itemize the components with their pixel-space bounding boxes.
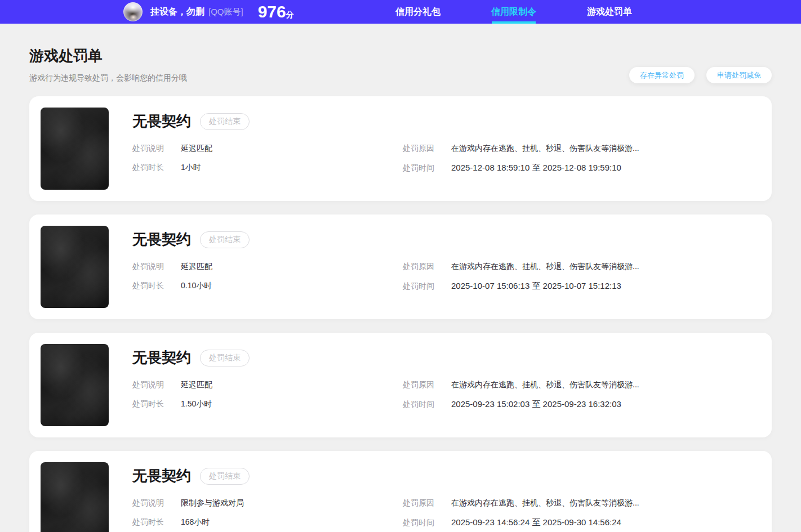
page-head: 游戏处罚单 游戏行为违规导致处罚，会影响您的信用分哦 存在异常处罚 申请处罚减免: [29, 24, 772, 83]
card-title-row: 无畏契约 处罚结束: [132, 231, 760, 248]
top-header: 挂设备，勿删 [QQ账号] 976分 信用分礼包 信用限制令 游戏处罚单: [0, 0, 801, 24]
game-name: 无畏契约: [132, 349, 191, 366]
field-time: 处罚时间 2025-10-07 15:06:13 至 2025-10-07 15…: [403, 280, 760, 292]
credit-score: 976分: [258, 3, 294, 20]
game-thumbnail: [41, 226, 109, 308]
punishment-card-list: 无畏契约 处罚结束 处罚说明 延迟匹配 处罚原因 在游戏内存在逃跑、挂机、秒退、…: [29, 96, 772, 532]
field-desc-label: 处罚说明: [132, 261, 181, 272]
user-avatar[interactable]: [123, 2, 143, 21]
field-duration-value: 0.10小时: [181, 280, 212, 291]
card-fields: 处罚说明 限制参与游戏对局 处罚原因 在游戏内存在逃跑、挂机、秒退、伤害队友等消…: [132, 498, 760, 528]
status-badge: 处罚结束: [200, 113, 250, 130]
card-title-row: 无畏契约 处罚结束: [132, 467, 760, 485]
page-title: 游戏处罚单: [29, 46, 772, 66]
account-type-label: [QQ账号]: [208, 7, 243, 17]
field-duration-value: 1小时: [181, 162, 201, 173]
field-duration-value: 1.50小时: [181, 399, 212, 409]
tab-credit-gift[interactable]: 信用分礼包: [370, 0, 466, 24]
abnormal-punishment-button[interactable]: 存在异常处罚: [629, 67, 695, 83]
game-name: 无畏契约: [132, 113, 191, 130]
field-time-label: 处罚时间: [403, 399, 451, 410]
card-body: 无畏契约 处罚结束 处罚说明 延迟匹配 处罚原因 在游戏内存在逃跑、挂机、秒退、…: [109, 108, 760, 190]
field-desc: 处罚说明 延迟匹配: [132, 143, 403, 154]
field-duration-value: 168小时: [181, 517, 210, 527]
tab-game-punishment[interactable]: 游戏处罚单: [562, 0, 657, 24]
punishment-card: 无畏契约 处罚结束 处罚说明 延迟匹配 处罚原因 在游戏内存在逃跑、挂机、秒退、…: [29, 96, 772, 201]
game-thumbnail: [41, 108, 109, 190]
field-time-label: 处罚时间: [403, 517, 451, 528]
field-time-label: 处罚时间: [403, 281, 451, 292]
card-body: 无畏契约 处罚结束 处罚说明 延迟匹配 处罚原因 在游戏内存在逃跑、挂机、秒退、…: [109, 226, 760, 308]
status-badge: 处罚结束: [200, 350, 250, 366]
field-reason-value: 在游戏内存在逃跑、挂机、秒退、伤害队友等消极游...: [451, 498, 639, 508]
page-actions: 存在异常处罚 申请处罚减免: [629, 67, 772, 83]
punishment-card: 无畏契约 处罚结束 处罚说明 延迟匹配 处罚原因 在游戏内存在逃跑、挂机、秒退、…: [29, 333, 772, 437]
game-name: 无畏契约: [132, 467, 191, 485]
field-desc-value: 延迟匹配: [181, 379, 212, 390]
field-time: 处罚时间 2025-09-23 14:56:24 至 2025-09-30 14…: [403, 517, 760, 528]
user-name: 挂设备，勿删: [150, 6, 204, 18]
field-desc: 处罚说明 延迟匹配: [132, 261, 403, 272]
game-thumbnail: [41, 462, 109, 532]
field-desc-label: 处罚说明: [132, 498, 181, 508]
field-duration: 处罚时长 0.10小时: [132, 280, 403, 292]
card-body: 无畏契约 处罚结束 处罚说明 限制参与游戏对局 处罚原因 在游戏内存在逃跑、挂机…: [109, 462, 760, 532]
field-reason: 处罚原因 在游戏内存在逃跑、挂机、秒退、伤害队友等消极游...: [403, 261, 760, 272]
card-title-row: 无畏契约 处罚结束: [132, 349, 760, 366]
field-desc: 处罚说明 延迟匹配: [132, 379, 403, 390]
field-desc-value: 延迟匹配: [181, 261, 212, 272]
field-time-value: 2025-12-08 18:59:10 至 2025-12-08 19:59:1…: [451, 162, 621, 173]
card-fields: 处罚说明 延迟匹配 处罚原因 在游戏内存在逃跑、挂机、秒退、伤害队友等消极游..…: [132, 261, 760, 292]
field-desc-label: 处罚说明: [132, 143, 181, 154]
credit-score-unit: 分: [286, 10, 294, 19]
field-time: 处罚时间 2025-09-23 15:02:03 至 2025-09-23 16…: [403, 399, 760, 410]
status-badge: 处罚结束: [200, 468, 250, 485]
tab-credit-restriction[interactable]: 信用限制令: [466, 0, 562, 24]
field-desc-value: 延迟匹配: [181, 143, 212, 154]
game-thumbnail: [41, 344, 109, 426]
field-reason-value: 在游戏内存在逃跑、挂机、秒退、伤害队友等消极游...: [451, 261, 639, 272]
card-fields: 处罚说明 延迟匹配 处罚原因 在游戏内存在逃跑、挂机、秒退、伤害队友等消极游..…: [132, 379, 760, 410]
field-time: 处罚时间 2025-12-08 18:59:10 至 2025-12-08 19…: [403, 162, 760, 173]
field-desc-value: 限制参与游戏对局: [181, 498, 244, 508]
field-reason: 处罚原因 在游戏内存在逃跑、挂机、秒退、伤害队友等消极游...: [403, 143, 760, 154]
field-duration: 处罚时长 1小时: [132, 162, 403, 173]
field-duration-label: 处罚时长: [132, 162, 181, 173]
field-reason-value: 在游戏内存在逃跑、挂机、秒退、伤害队友等消极游...: [451, 379, 639, 390]
card-body: 无畏契约 处罚结束 处罚说明 延迟匹配 处罚原因 在游戏内存在逃跑、挂机、秒退、…: [109, 344, 760, 426]
field-time-value: 2025-09-23 14:56:24 至 2025-09-30 14:56:2…: [451, 517, 621, 527]
card-title-row: 无畏契约 处罚结束: [132, 113, 760, 130]
field-duration-label: 处罚时长: [132, 517, 181, 527]
field-reason-label: 处罚原因: [403, 379, 451, 390]
field-reason: 处罚原因 在游戏内存在逃跑、挂机、秒退、伤害队友等消极游...: [403, 379, 760, 390]
status-badge: 处罚结束: [200, 231, 250, 248]
field-reason: 处罚原因 在游戏内存在逃跑、挂机、秒退、伤害队友等消极游...: [403, 498, 760, 508]
apply-reduction-button[interactable]: 申请处罚减免: [706, 67, 772, 83]
field-desc: 处罚说明 限制参与游戏对局: [132, 498, 403, 508]
punishment-card: 无畏契约 处罚结束 处罚说明 延迟匹配 处罚原因 在游戏内存在逃跑、挂机、秒退、…: [29, 214, 772, 319]
field-desc-label: 处罚说明: [132, 379, 181, 390]
game-name: 无畏契约: [132, 231, 191, 248]
field-reason-label: 处罚原因: [403, 143, 451, 154]
punishment-card: 无畏契约 处罚结束 处罚说明 限制参与游戏对局 处罚原因 在游戏内存在逃跑、挂机…: [29, 451, 772, 532]
field-reason-label: 处罚原因: [403, 261, 451, 272]
card-fields: 处罚说明 延迟匹配 处罚原因 在游戏内存在逃跑、挂机、秒退、伤害队友等消极游..…: [132, 143, 760, 173]
field-duration: 处罚时长 168小时: [132, 517, 403, 528]
credit-score-value: 976: [258, 2, 286, 21]
field-time-label: 处罚时间: [403, 163, 451, 173]
field-reason-label: 处罚原因: [403, 498, 451, 508]
field-reason-value: 在游戏内存在逃跑、挂机、秒退、伤害队友等消极游...: [451, 143, 639, 154]
field-duration-label: 处罚时长: [132, 399, 181, 409]
field-time-value: 2025-10-07 15:06:13 至 2025-10-07 15:12:1…: [451, 280, 621, 291]
header-nav: 信用分礼包 信用限制令 游戏处罚单: [370, 0, 657, 24]
field-duration: 处罚时长 1.50小时: [132, 399, 403, 410]
main-content: 游戏处罚单 游戏行为违规导致处罚，会影响您的信用分哦 存在异常处罚 申请处罚减免…: [0, 24, 801, 532]
field-duration-label: 处罚时长: [132, 280, 181, 291]
field-time-value: 2025-09-23 15:02:03 至 2025-09-23 16:32:0…: [451, 399, 621, 409]
